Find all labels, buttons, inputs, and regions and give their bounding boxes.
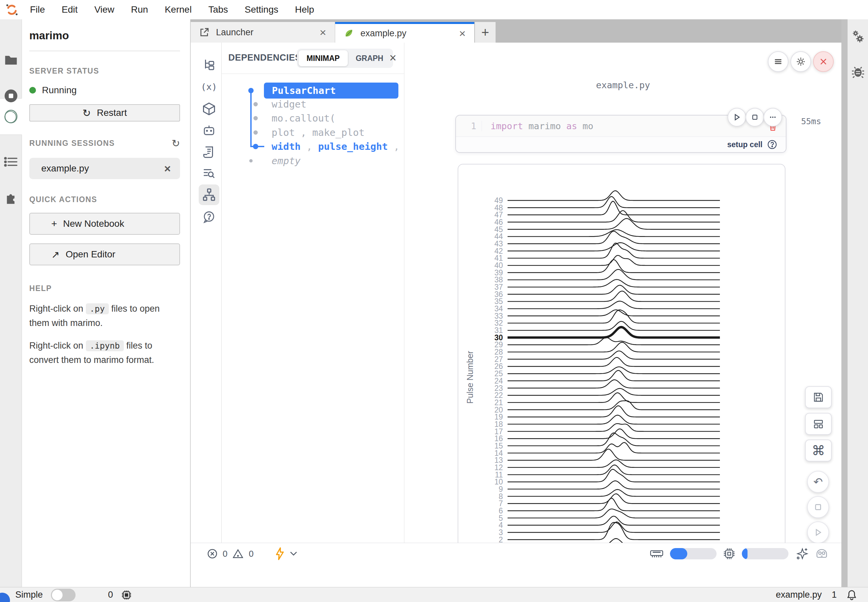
menu-item-tabs[interactable]: Tabs [209, 4, 228, 15]
pulse-curve [508, 358, 720, 367]
pulse-curve [508, 321, 720, 330]
shutdown-button[interactable] [813, 51, 834, 72]
notebook-menu-button[interactable] [768, 51, 788, 72]
pulse-curve [508, 280, 720, 287]
running-terminals-icon[interactable] [3, 88, 18, 104]
pulse-curve [508, 393, 720, 402]
ai-sparkle-icon[interactable] [795, 547, 808, 561]
graph-toggle[interactable]: GRAPH [348, 50, 391, 66]
dep-tree-item[interactable]: width , pulse_height , n_poi [222, 139, 404, 154]
run-indicator-icon[interactable] [275, 547, 285, 560]
pulse-curve [508, 539, 720, 543]
errors-icon[interactable] [207, 548, 218, 559]
close-panel-icon[interactable]: × [390, 52, 396, 64]
chevron-down-icon[interactable] [290, 551, 298, 556]
ai-assistant-icon[interactable] [202, 123, 216, 138]
copilot-icon[interactable] [815, 548, 828, 560]
help-heading: HELP [29, 284, 180, 293]
pulse-curve [508, 230, 720, 237]
help-paragraphs: Right-click on .py files to open them wi… [29, 302, 180, 367]
kernels-chip-icon[interactable] [121, 590, 132, 600]
undo-button[interactable]: ↶ [807, 471, 829, 493]
file-outline-icon[interactable] [202, 58, 216, 72]
stop-cell-button[interactable] [745, 108, 764, 126]
cell-runtime-badge: 55ms [801, 117, 821, 126]
logs-icon[interactable] [202, 145, 216, 159]
menu-item-kernel[interactable]: Kernel [165, 4, 192, 15]
bell-icon[interactable] [847, 589, 857, 600]
command-palette-button[interactable]: ⌘ [805, 439, 832, 461]
open-editor-button[interactable]: ↗ Open Editor [29, 243, 180, 266]
memory-icon [650, 549, 663, 559]
run-cell-button[interactable] [728, 108, 746, 126]
pulse-curve [508, 231, 720, 244]
dep-tree-item[interactable]: empty [222, 154, 404, 168]
marimo-sidebar-icon[interactable] [3, 109, 19, 124]
refresh-sessions-icon[interactable]: ↻ [172, 138, 180, 149]
new-notebook-button[interactable]: + New Notebook [29, 213, 180, 235]
variables-icon[interactable]: (x) [201, 81, 217, 92]
pulse-curve [508, 433, 720, 446]
packages-icon[interactable] [202, 101, 216, 116]
menu-bar: FileEditViewRunKernelTabsSettingsHelp [0, 0, 868, 19]
menu-item-view[interactable]: View [94, 4, 114, 15]
search-logs-icon[interactable] [202, 166, 216, 180]
menu-item-help[interactable]: Help [295, 4, 314, 15]
pulse-curve [508, 460, 720, 467]
code-editor[interactable]: import marimo as mo [482, 121, 768, 131]
file-browser-icon[interactable] [4, 53, 18, 67]
run-all-button[interactable] [807, 521, 829, 543]
debugger-icon[interactable] [851, 65, 865, 78]
session-item[interactable]: example.py × [29, 158, 180, 179]
dependencies-icon[interactable] [199, 184, 219, 205]
pulse-curve [508, 429, 720, 439]
simple-mode-toggle[interactable] [51, 589, 75, 601]
dep-tree-item[interactable]: widget [222, 97, 404, 112]
dependencies-panel: DEPENDENCIES MINIMAP GRAPH × PulsarChart… [222, 43, 404, 543]
dep-tree-item[interactable]: PulsarChart [222, 83, 404, 98]
extensions-icon[interactable] [4, 190, 18, 204]
tab-example-py[interactable]: example.py × [335, 22, 474, 43]
pulse-curve [508, 327, 720, 337]
dependencies-title: DEPENDENCIES [229, 52, 301, 63]
notebook-settings-button[interactable] [790, 51, 811, 72]
help-bubble-icon[interactable] [202, 210, 216, 224]
minimap-toggle[interactable]: MINIMAP [299, 50, 348, 66]
notebook-canvas: example.py 1 import marimo as mo setup c… [404, 43, 842, 543]
menu-item-edit[interactable]: Edit [61, 4, 78, 15]
menu-item-file[interactable]: File [30, 4, 45, 15]
pulse-curve [508, 401, 720, 410]
tab-launcher[interactable]: Launcher × [191, 22, 335, 43]
marimo-logo-icon [5, 3, 18, 17]
dep-tree-item[interactable]: mo.callout( [222, 111, 404, 126]
sidebar-title: marimo [29, 29, 180, 42]
warning-count: 0 [248, 549, 253, 559]
close-tab-icon[interactable]: × [319, 27, 326, 38]
save-button[interactable] [805, 386, 832, 408]
table-of-contents-icon[interactable] [4, 155, 18, 169]
pulse-curve [508, 389, 720, 396]
new-tab-button[interactable]: + [475, 22, 495, 43]
kernel-count: 0 [108, 590, 113, 600]
running-sessions-heading: RUNNING SESSIONS [29, 139, 115, 148]
interrupt-button[interactable] [807, 496, 829, 518]
menu-item-settings[interactable]: Settings [245, 4, 278, 15]
restart-button[interactable]: ↻ Restart [29, 104, 180, 121]
layout-panels-button[interactable] [805, 413, 832, 435]
menu-item-run[interactable]: Run [131, 4, 148, 15]
setup-help-icon[interactable] [767, 140, 777, 149]
close-tab-icon[interactable]: × [459, 28, 466, 39]
pulse-curve [508, 522, 720, 533]
memory-usage-bar [670, 548, 716, 559]
cell-more-options-button[interactable] [764, 108, 782, 126]
pulse-curve [508, 470, 720, 482]
close-session-icon[interactable]: × [164, 163, 171, 174]
current-file-label[interactable]: example.py [776, 590, 822, 600]
warnings-icon[interactable] [232, 548, 244, 559]
setup-cell-label: setup cell [727, 140, 762, 149]
simple-mode-label: Simple [15, 590, 43, 600]
scrollbar[interactable] [841, 19, 847, 587]
dep-tree-item[interactable]: plot , make_plot [222, 125, 404, 140]
property-inspector-icon[interactable] [851, 30, 865, 44]
dep-tree-item-selected[interactable]: PulsarChart [264, 83, 399, 98]
